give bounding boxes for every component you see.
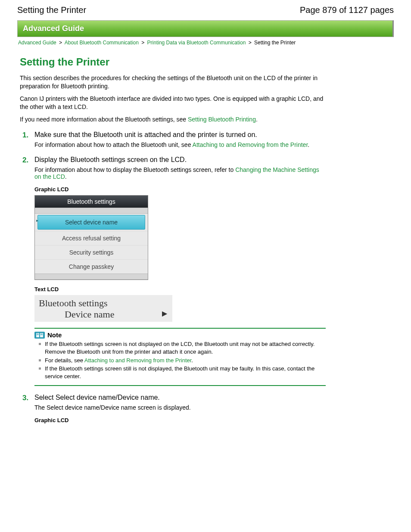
step-1: 1. Make sure that the Bluetooth unit is … xyxy=(20,131,326,148)
step-2: 2. Display the Bluetooth settings screen… xyxy=(20,156,326,386)
graphic-lcd-label-2: Graphic LCD xyxy=(34,417,326,423)
note-item: For details, see Attaching to and Removi… xyxy=(34,357,326,364)
text-lcd-line1: Bluetooth settings xyxy=(39,298,168,309)
step-title: Select Select device name/Device name. xyxy=(34,394,326,401)
intro-paragraph-3: If you need more information about the B… xyxy=(20,115,326,124)
header-title: Setting the Printer xyxy=(17,5,86,15)
text-lcd-screenshot: Bluetooth settings Device name ▶ xyxy=(34,295,172,322)
page-counter: Page 879 of 1127 pages xyxy=(300,5,394,15)
step-title: Make sure that the Bluetooth unit is att… xyxy=(34,131,326,139)
lcd-item: Change passkey xyxy=(35,259,148,274)
lcd-titlebar: Bluetooth settings xyxy=(35,196,148,208)
step-number: 1. xyxy=(22,131,28,140)
step-subtext: For information about how to display the… xyxy=(34,166,326,180)
step-subtext: The Select device name/Device name scree… xyxy=(34,404,326,411)
breadcrumb-link-1[interactable]: Advanced Guide xyxy=(18,40,56,46)
intro-paragraph-1: This section describes the procedures fo… xyxy=(20,74,326,90)
note-block: Note If the Bluetooth settings screen is… xyxy=(34,328,326,386)
breadcrumb: Advanced Guide > About Bluetooth Communi… xyxy=(17,37,394,52)
text-lcd-line2: Device name xyxy=(39,309,168,320)
graphic-lcd-label: Graphic LCD xyxy=(34,186,326,193)
link-attaching-removing[interactable]: Attaching to and Removing from the Print… xyxy=(193,141,308,148)
note-title: Note xyxy=(47,331,62,339)
link-attaching-removing-2[interactable]: Attaching to and Removing from the Print… xyxy=(84,357,192,364)
step-title: Display the Bluetooth settings screen on… xyxy=(34,156,326,164)
step-subtext: For information about how to attach the … xyxy=(34,141,326,148)
text-lcd-label: Text LCD xyxy=(34,286,326,292)
banner-title: Advanced Guide xyxy=(17,20,394,37)
step-number: 2. xyxy=(22,156,28,165)
breadcrumb-link-2[interactable]: About Bluetooth Communication xyxy=(65,40,139,46)
note-icon xyxy=(34,332,45,339)
step-3: 3. Select Select device name/Device name… xyxy=(20,394,326,423)
breadcrumb-link-3[interactable]: Printing Data via Bluetooth Communicatio… xyxy=(147,40,246,46)
page-title: Setting the Printer xyxy=(20,56,326,68)
graphic-lcd-screenshot: Bluetooth settings Select device name Ac… xyxy=(34,195,148,280)
lcd-item: Access refusal setting xyxy=(35,231,148,245)
step-number: 3. xyxy=(22,394,28,402)
intro-paragraph-2: Canon IJ printers with the Bluetooth int… xyxy=(20,95,326,111)
lcd-item-selected: Select device name xyxy=(37,215,145,230)
right-arrow-icon: ▶ xyxy=(162,309,167,317)
link-setting-bluetooth-printing[interactable]: Setting Bluetooth Printing xyxy=(188,116,256,123)
note-item: If the Bluetooth settings screen still i… xyxy=(34,365,326,380)
note-item: If the Bluetooth settings screen is not … xyxy=(34,340,326,355)
breadcrumb-current: Setting the Printer xyxy=(254,40,296,46)
lcd-item: Security settings xyxy=(35,245,148,259)
